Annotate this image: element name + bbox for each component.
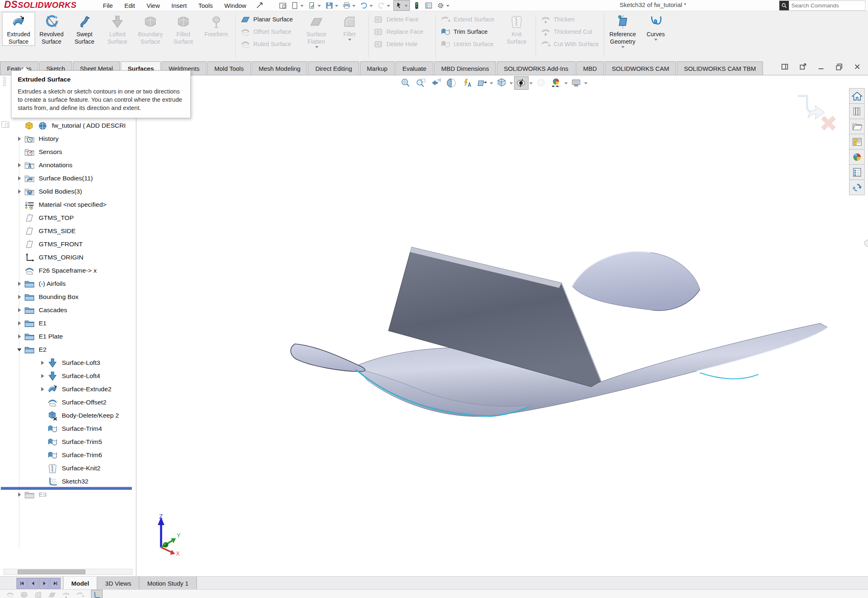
expander-right-icon[interactable] [15, 163, 24, 167]
hud-edit-appearance-button[interactable] [549, 76, 564, 90]
hud-section-view-button[interactable] [444, 76, 459, 90]
expander-right-icon[interactable] [38, 361, 47, 365]
new-window-button[interactable] [799, 63, 807, 71]
taskpane-appearances-scenes-button[interactable] [849, 149, 865, 165]
nav-previous-button[interactable] [28, 578, 38, 589]
tree-item-surface-trim4[interactable]: Surface-Trim4 [0, 422, 136, 435]
tab-evaluate[interactable]: Evaluate [395, 61, 433, 75]
tree-item-surface-loft3[interactable]: Surface-Loft3 [0, 356, 136, 369]
rebuild-button[interactable] [412, 0, 422, 10]
tree-item-annotations[interactable]: Annotations [0, 159, 136, 172]
tree-item-gtms-top[interactable]: GTMS_TOP [0, 211, 136, 224]
taskpane-design-library-button[interactable] [849, 103, 865, 119]
ribbon-button-curves[interactable]: Curves [639, 12, 672, 41]
tree-item-surface-extrude2[interactable]: Surface-Extrude2 [0, 383, 136, 396]
ribbon-button-filled-surface[interactable]: Filled Surface [167, 12, 200, 46]
tab-direct-editing[interactable]: Direct Editing [308, 61, 359, 75]
expander-down-icon[interactable] [15, 348, 24, 351]
tree-item-surface-trim5[interactable]: Surface-Trim5 [0, 435, 136, 448]
nav-next-button[interactable] [39, 578, 49, 589]
open-document-button[interactable] [307, 0, 323, 10]
menu-file[interactable]: File [97, 2, 119, 9]
model-upper-flap[interactable] [572, 252, 700, 311]
tab-mbd[interactable]: MBD [576, 61, 604, 75]
expander-right-icon[interactable] [15, 493, 24, 497]
close-button[interactable] [853, 63, 861, 71]
hud-normal-to-button[interactable] [475, 76, 489, 90]
display-style-dropdown-caret[interactable] [529, 82, 533, 84]
tree-item-sketch32[interactable]: Sketch32 [0, 475, 136, 488]
ribbon-button-untrim-surface[interactable]: Untrim Surface [438, 38, 500, 50]
taskpane-solidworks-resources-button[interactable] [849, 88, 865, 104]
redo-button[interactable] [376, 0, 392, 10]
ribbon-button-trim-surface[interactable]: Trim Surface [438, 26, 500, 38]
expander-right-icon[interactable] [38, 387, 47, 391]
normal-to-dropdown-caret[interactable] [490, 82, 493, 84]
tree-item-gtms-origin[interactable]: GTMS_ORIGIN [0, 251, 136, 264]
expander-right-icon[interactable] [38, 374, 47, 378]
ribbon-button-fillet[interactable]: Fillet [333, 12, 366, 41]
menu-window[interactable]: Window [219, 2, 252, 9]
hud-display-style-button[interactable] [514, 76, 529, 90]
edit-appearance-dropdown-caret[interactable] [564, 82, 568, 84]
tab-markup[interactable]: Markup [360, 61, 395, 75]
select-button[interactable] [393, 0, 410, 11]
tree-horizontal-scrollbar[interactable] [3, 569, 133, 575]
tree-item-gtms-front[interactable]: GTMS_FRONT [0, 238, 136, 251]
model-airfoil-section[interactable] [291, 344, 365, 371]
ribbon-button-surface-flatten[interactable]: Surface Flatten [300, 12, 333, 49]
tree-item-surface-offset2[interactable]: Surface-Offset2 [0, 396, 136, 409]
hud-view-settings-button[interactable] [569, 76, 583, 90]
minimize-button[interactable] [817, 63, 825, 71]
ribbon-button-extruded-surface[interactable]: Extruded Surface [2, 12, 35, 46]
ribbon-button-reference-geometry[interactable]: Reference Geometry [606, 12, 639, 49]
ribbon-button-knit-surface[interactable]: Knit Surface [500, 12, 533, 46]
new-document-button[interactable] [290, 0, 305, 10]
expander-right-icon[interactable] [15, 189, 24, 194]
hud-hide-show-items-button[interactable] [534, 76, 548, 90]
confirmation-corner-cancel-icon[interactable] [817, 112, 840, 135]
tree-item-e3[interactable]: E3 [0, 488, 136, 501]
tree-item-surface-loft4[interactable]: Surface-Loft4 [0, 369, 136, 383]
menu-insert[interactable]: Insert [166, 2, 193, 9]
tree-item-history[interactable]: History [0, 132, 136, 145]
rollback-bar[interactable] [1, 487, 132, 490]
tree-item-gtms-side[interactable]: GTMS_SIDE [0, 224, 136, 238]
tree-item-e2[interactable]: E2 [0, 343, 136, 356]
graphics-viewport[interactable]: Z Y X [136, 75, 868, 577]
view-orientation-dropdown-caret[interactable] [510, 82, 513, 84]
save-button[interactable] [324, 0, 340, 10]
status-pressed-tool[interactable] [91, 590, 103, 598]
ribbon-button-planar-surface[interactable]: Planar Surface [238, 13, 300, 26]
tree-item-surface-trim6[interactable]: Surface-Trim6 [0, 448, 136, 462]
ribbon-button-thicken[interactable]: Thicken [538, 13, 601, 26]
expander-right-icon[interactable] [15, 334, 24, 339]
scrollbar-thumb[interactable] [18, 570, 85, 574]
ribbon-button-cut-with-surface[interactable]: Cut With Surface [538, 38, 601, 50]
menu-tools[interactable]: Tools [193, 2, 219, 9]
pin-menu-icon[interactable] [255, 1, 264, 9]
tab-mesh-modeling[interactable]: Mesh Modeling [252, 61, 308, 75]
taskpane-custom-properties-button[interactable] [849, 164, 865, 180]
nav-last-button[interactable] [50, 578, 61, 589]
bottom-tab-model[interactable]: Model [63, 577, 97, 590]
file-properties-button[interactable] [423, 0, 434, 10]
options-button[interactable] [435, 0, 451, 10]
model-selected-edge-cyan-2[interactable] [700, 373, 758, 379]
tree-item-surface-bodies-11[interactable]: Surface Bodies(11) [0, 172, 136, 185]
menu-view[interactable]: View [141, 2, 166, 9]
expander-right-icon[interactable] [15, 321, 24, 325]
tree-item-cascades[interactable]: Cascades [0, 304, 136, 317]
nav-first-button[interactable] [16, 578, 27, 589]
search-input[interactable] [789, 2, 867, 9]
undo-button[interactable] [359, 0, 374, 10]
restore-button[interactable] [835, 63, 843, 71]
ribbon-button-ruled-surface[interactable]: Ruled Surface [238, 38, 300, 50]
tree-item-sensors[interactable]: Sensors [0, 145, 136, 159]
view-settings-dropdown-caret[interactable] [584, 82, 587, 84]
ribbon-button-boundary-surface[interactable]: Boundary Surface [134, 12, 167, 46]
tree-item-e1-plate[interactable]: E1 Plate [0, 330, 136, 343]
taskpane-file-explorer-button[interactable] [849, 119, 865, 134]
taskpane-solidworks-forum-button[interactable] [849, 180, 865, 195]
tree-item-material-not-specified[interactable]: Material <not specified> [0, 198, 136, 211]
